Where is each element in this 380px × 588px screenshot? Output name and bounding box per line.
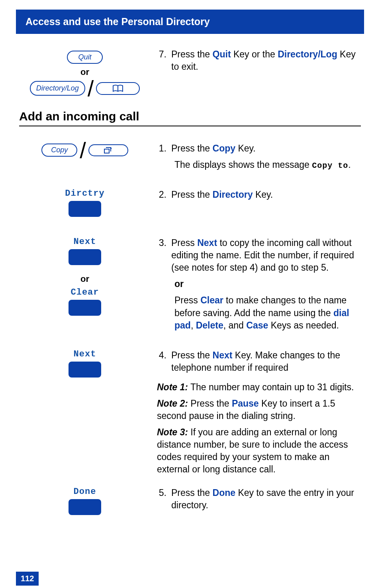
- dirctry-lcd: Dirctry: [65, 189, 104, 199]
- step-3-num: 3.: [157, 237, 171, 335]
- copy-button[interactable]: Copy: [41, 144, 77, 157]
- step-1-row: Copy / 1. Press the Copy Key. The displa…: [19, 142, 361, 175]
- clear-key-label: Clear: [200, 295, 223, 305]
- directory-log-button[interactable]: Directory/Log: [30, 81, 85, 96]
- content-2: Copy / 1. Press the Copy Key. The displa…: [0, 126, 380, 515]
- book-button[interactable]: [96, 82, 140, 95]
- clear-lcd: Clear: [71, 287, 99, 297]
- step-7-text: 7. Press the Quit Key or the Directory/L…: [151, 48, 361, 77]
- page-header: Access and use the Personal Directory: [16, 10, 364, 34]
- next-lcd-1: Next: [74, 237, 96, 247]
- step-7-row: Quit or Directory/Log / 7. Press the Qui…: [19, 48, 361, 96]
- done-key-label: Done: [213, 488, 236, 498]
- directory-key-label: Directory: [213, 189, 253, 200]
- step-7-left: Quit or Directory/Log /: [19, 48, 151, 96]
- step-4-text: 4. Press the Next Key. Make changes to t…: [151, 349, 361, 480]
- note-3-label: Note 3:: [157, 427, 188, 437]
- step-3-text: 3. Press Next to copy the incoming call …: [151, 237, 361, 335]
- step-4-num: 4.: [157, 349, 171, 378]
- book-icon: [112, 85, 123, 92]
- case-key-label: Case: [246, 320, 268, 330]
- copy-to-lcd: Copy to: [312, 161, 348, 170]
- content: Quit or Directory/Log / 7. Press the Qui…: [0, 34, 380, 96]
- copy-key-label: Copy: [213, 143, 236, 153]
- copy-icon: [103, 147, 114, 154]
- page-number: 112: [16, 572, 39, 586]
- step-1-left: Copy /: [19, 142, 151, 158]
- clear-softkey[interactable]: [69, 300, 101, 316]
- section-title: Add an incoming call: [0, 110, 380, 123]
- directory-log-key-label: Directory/Log: [278, 49, 337, 59]
- step-3-row: Next or Clear 3. Press Next to copy the …: [19, 237, 361, 335]
- step-2-row: Dirctry 2. Press the Directory Key.: [19, 189, 361, 217]
- next-key-label: Next: [197, 238, 217, 248]
- step-5-num: 5.: [157, 487, 171, 515]
- step-3-left: Next or Clear: [19, 237, 151, 316]
- delete-key-label: Delete: [196, 320, 223, 330]
- done-softkey[interactable]: [69, 499, 101, 515]
- step-7-num: 7.: [157, 48, 171, 77]
- step-4-row: Next 4. Press the Next Key. Make changes…: [19, 349, 361, 480]
- step-1-num: 1.: [157, 142, 171, 175]
- step-1-text: 1. Press the Copy Key. The displays show…: [151, 142, 361, 175]
- done-lcd: Done: [74, 487, 96, 497]
- next-softkey-2[interactable]: [69, 362, 101, 378]
- note-1-label: Note 1:: [157, 382, 188, 392]
- note-1-text: The number may contain up to 31 digits.: [188, 382, 354, 392]
- note-2-label: Note 2:: [157, 398, 188, 409]
- step-2-text: 2. Press the Directory Key.: [151, 189, 361, 205]
- step-5-text: 5. Press the Done Key to save the entry …: [151, 487, 361, 515]
- copy-icon-button[interactable]: [88, 144, 128, 156]
- step-2-left: Dirctry: [19, 189, 151, 217]
- header-title: Access and use the Personal Directory: [25, 16, 210, 27]
- pause-key-label: Pause: [232, 398, 259, 409]
- quit-button[interactable]: Quit: [67, 51, 103, 64]
- next-key-label-2: Next: [213, 350, 233, 360]
- or-label-right: or: [171, 278, 361, 290]
- or-label-2: or: [80, 274, 89, 284]
- step-5-left: Done: [19, 487, 151, 515]
- next-lcd-2: Next: [74, 349, 96, 359]
- page: Access and use the Personal Directory Qu…: [0, 10, 380, 588]
- slash-icon: /: [88, 81, 94, 96]
- step-4-left: Next: [19, 349, 151, 378]
- quit-key-label: Quit: [213, 49, 231, 59]
- step-2-num: 2.: [157, 189, 171, 205]
- step-5-row: Done 5. Press the Done Key to save the e…: [19, 487, 361, 515]
- dirctry-softkey[interactable]: [69, 201, 101, 217]
- slash-icon-2: /: [80, 142, 86, 158]
- next-softkey-1[interactable]: [69, 249, 101, 265]
